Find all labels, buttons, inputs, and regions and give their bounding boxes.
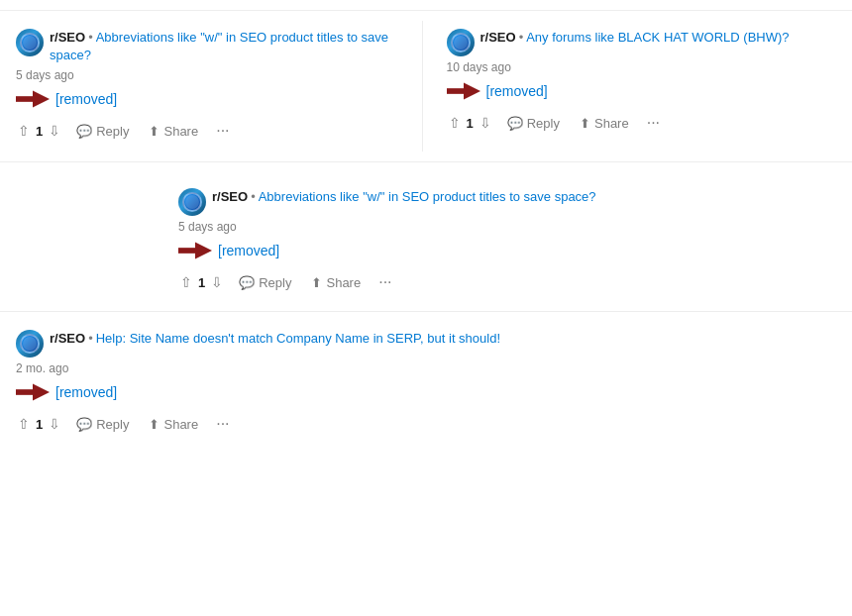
upvote-icon-bottom: ⇧ [18, 416, 30, 432]
reply-button-middle[interactable]: 💬 Reply [233, 271, 297, 294]
removed-text-bottom: [removed] [55, 384, 117, 400]
upvote-button-left[interactable]: ⇧ [16, 121, 32, 141]
downvote-button-bottom[interactable]: ⇩ [47, 414, 62, 434]
upvote-icon-right: ⇧ [449, 115, 461, 131]
svg-rect-4 [178, 249, 197, 255]
share-button-bottom[interactable]: ⬆ Share [143, 413, 204, 436]
two-col-section: r/SEO•Abbreviations like "w/" in SEO pro… [0, 21, 852, 162]
reply-button-left[interactable]: 💬 Reply [70, 120, 135, 143]
arrow-icon-middle [178, 240, 212, 261]
share-label-bottom: Share [163, 417, 198, 432]
timestamp-middle: 5 days ago [178, 220, 836, 234]
more-button-bottom[interactable]: ··· [212, 411, 233, 437]
subreddit-right[interactable]: r/SEO [480, 30, 516, 45]
reply-icon-bottom: 💬 [76, 417, 92, 432]
dot-left: • [88, 30, 93, 45]
downvote-button-left[interactable]: ⇩ [47, 121, 62, 141]
svg-rect-6 [16, 390, 35, 396]
reply-label-middle: Reply [259, 275, 291, 290]
downvote-icon-right: ⇩ [479, 115, 491, 131]
upvote-button-right[interactable]: ⇧ [447, 113, 463, 133]
upvote-icon-middle: ⇧ [180, 274, 192, 290]
reply-button-bottom[interactable]: 💬 Reply [70, 413, 135, 436]
upvote-button-bottom[interactable]: ⇧ [16, 414, 32, 434]
reply-icon-middle: 💬 [239, 275, 255, 290]
post-title-bottom[interactable]: Help: Site Name doesn't match Company Na… [96, 331, 500, 346]
middle-inner: r/SEO•Abbreviations like "w/" in SEO pro… [0, 180, 852, 303]
share-icon-bottom: ⬆ [149, 417, 160, 432]
removed-text-left: [removed] [55, 91, 117, 107]
dot-right: • [519, 30, 524, 45]
middle-section: r/SEO•Abbreviations like "w/" in SEO pro… [0, 172, 852, 312]
vote-count-middle: 1 [198, 275, 205, 290]
share-button-right[interactable]: ⬆ Share [574, 112, 635, 135]
downvote-button-middle[interactable]: ⇩ [209, 272, 225, 292]
post-meta-right: r/SEO•Any forums like BLACK HAT WORLD (B… [480, 29, 790, 47]
timestamp-left: 5 days ago [16, 68, 406, 82]
svg-marker-1 [33, 91, 50, 108]
left-column: r/SEO•Abbreviations like "w/" in SEO pro… [0, 21, 423, 152]
right-column: r/SEO•Any forums like BLACK HAT WORLD (B… [423, 21, 853, 152]
reply-label-left: Reply [96, 124, 129, 139]
post-header-bottom: r/SEO•Help: Site Name doesn't match Comp… [16, 330, 836, 358]
vote-count-right: 1 [467, 116, 474, 131]
vote-group-middle: ⇧ 1 ⇩ [178, 272, 225, 292]
post-header-middle: r/SEO•Abbreviations like "w/" in SEO pro… [178, 188, 836, 216]
post-meta-bottom: r/SEO•Help: Site Name doesn't match Comp… [50, 330, 500, 348]
post-meta-left: r/SEO•Abbreviations like "w/" in SEO pro… [50, 29, 406, 64]
action-bar-right: ⇧ 1 ⇩ 💬 Reply ⬆ Share ··· [447, 110, 837, 136]
share-label-right: Share [594, 116, 629, 131]
subreddit-middle[interactable]: r/SEO [212, 189, 248, 204]
subreddit-left[interactable]: r/SEO [50, 30, 85, 45]
post-header-left: r/SEO•Abbreviations like "w/" in SEO pro… [16, 29, 406, 64]
post-title-right[interactable]: Any forums like BLACK HAT WORLD (BHW)? [526, 30, 789, 45]
downvote-icon-middle: ⇩ [211, 274, 223, 290]
arrow-icon-bottom [16, 381, 50, 403]
svg-marker-3 [464, 83, 480, 100]
downvote-icon-bottom: ⇩ [49, 416, 60, 432]
vote-group-bottom: ⇧ 1 ⇩ [16, 414, 62, 434]
dot-bottom: • [88, 331, 93, 346]
upvote-button-middle[interactable]: ⇧ [178, 272, 194, 292]
svg-marker-7 [33, 384, 50, 401]
action-bar-middle: ⇧ 1 ⇩ 💬 Reply ⬆ Share ··· [178, 269, 836, 295]
reply-label-right: Reply [527, 116, 560, 131]
share-icon-right: ⬆ [580, 116, 590, 131]
reply-icon-right: 💬 [507, 116, 523, 131]
svg-rect-0 [16, 97, 35, 103]
downvote-button-right[interactable]: ⇩ [478, 113, 493, 133]
reply-icon-left: 💬 [76, 124, 92, 139]
svg-rect-2 [447, 88, 466, 94]
share-label-left: Share [163, 124, 198, 139]
share-icon-left: ⬆ [149, 124, 160, 139]
removed-row-middle: [removed] [178, 240, 836, 261]
post-meta-middle: r/SEO•Abbreviations like "w/" in SEO pro… [212, 188, 596, 206]
avatar-bottom [16, 330, 44, 358]
avatar-right [447, 29, 475, 56]
action-bar-bottom: ⇧ 1 ⇩ 💬 Reply ⬆ Share ··· [16, 411, 836, 437]
share-button-middle[interactable]: ⬆ Share [305, 271, 367, 294]
post-title-middle[interactable]: Abbreviations like "w/" in SEO product t… [259, 189, 596, 204]
subreddit-bottom[interactable]: r/SEO [50, 331, 85, 346]
action-bar-left: ⇧ 1 ⇩ 💬 Reply ⬆ Share ··· [16, 118, 406, 144]
share-button-left[interactable]: ⬆ Share [143, 120, 204, 143]
share-label-middle: Share [326, 275, 361, 290]
dot-middle: • [251, 189, 256, 204]
reply-label-bottom: Reply [96, 417, 129, 432]
vote-count-bottom: 1 [36, 417, 43, 432]
timestamp-bottom: 2 mo. ago [16, 361, 836, 375]
more-button-right[interactable]: ··· [643, 110, 664, 136]
top-divider [0, 10, 852, 11]
arrow-icon-right [447, 80, 480, 102]
more-button-middle[interactable]: ··· [374, 269, 395, 295]
main-container: r/SEO•Abbreviations like "w/" in SEO pro… [0, 0, 852, 455]
post-title-left[interactable]: Abbreviations like "w/" in SEO product t… [50, 30, 388, 62]
upvote-icon-left: ⇧ [18, 123, 30, 139]
removed-row-right: [removed] [447, 80, 837, 102]
bottom-section: r/SEO•Help: Site Name doesn't match Comp… [0, 322, 852, 445]
more-button-left[interactable]: ··· [212, 118, 233, 144]
reply-button-right[interactable]: 💬 Reply [501, 112, 566, 135]
removed-row-bottom: [removed] [16, 381, 836, 403]
svg-marker-5 [195, 243, 212, 259]
post-header-right: r/SEO•Any forums like BLACK HAT WORLD (B… [447, 29, 837, 56]
